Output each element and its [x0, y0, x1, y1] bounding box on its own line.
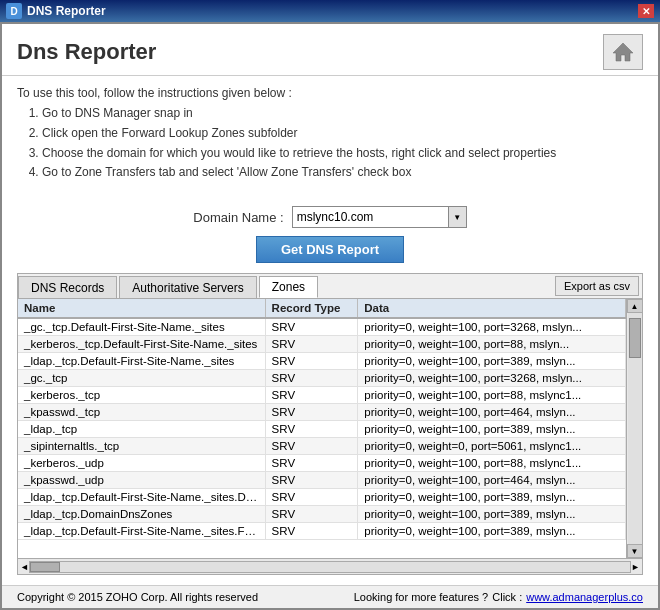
- tab-authoritative-servers[interactable]: Authoritative Servers: [119, 276, 256, 298]
- cell-data: priority=0, weight=100, port=389, mslyn.…: [358, 353, 626, 370]
- table-row[interactable]: _gc._tcp SRV priority=0, weight=100, por…: [18, 370, 626, 387]
- table-row[interactable]: _kerberos._tcp.Default-First-Site-Name._…: [18, 336, 626, 353]
- content-area: To use this tool, follow the instruction…: [2, 76, 658, 585]
- table-row[interactable]: _ldap._tcp.DomainDnsZones SRV priority=0…: [18, 506, 626, 523]
- cell-type: SRV: [265, 489, 358, 506]
- scroll-thumb[interactable]: [629, 318, 641, 358]
- cell-data: priority=0, weight=100, port=464, mslyn.…: [358, 404, 626, 421]
- domain-label: Domain Name :: [193, 210, 283, 225]
- scroll-right-arrow[interactable]: ►: [631, 562, 640, 572]
- title-bar-text: DNS Reporter: [27, 4, 106, 18]
- instruction-step-1: Go to DNS Manager snap in: [42, 105, 643, 122]
- table-row[interactable]: _kerberos._udp SRV priority=0, weight=10…: [18, 455, 626, 472]
- dropdown-arrow-icon[interactable]: ▼: [448, 207, 466, 227]
- cell-data: priority=0, weight=100, port=389, mslyn.…: [358, 421, 626, 438]
- footer: Copyright © 2015 ZOHO Corp. All rights r…: [2, 585, 658, 608]
- header-area: Dns Reporter: [2, 24, 658, 76]
- cell-type: SRV: [265, 387, 358, 404]
- cell-type: SRV: [265, 404, 358, 421]
- svg-marker-0: [613, 43, 633, 61]
- h-scroll-track[interactable]: [29, 561, 631, 573]
- app-icon: D: [6, 3, 22, 19]
- tab-dns-records[interactable]: DNS Records: [18, 276, 117, 298]
- domain-form-row: Domain Name : ▼: [17, 206, 643, 228]
- domain-input[interactable]: [293, 207, 448, 227]
- cell-name: _gc._tcp.Default-First-Site-Name._sites: [18, 318, 265, 336]
- cell-name: _kpasswd._udp: [18, 472, 265, 489]
- tabs-left: DNS Records Authoritative Servers Zones: [18, 276, 320, 298]
- cell-data: priority=0, weight=100, port=389, mslyn.…: [358, 489, 626, 506]
- cell-type: SRV: [265, 472, 358, 489]
- cell-data: priority=0, weight=100, port=389, mslyn.…: [358, 523, 626, 540]
- instructions: To use this tool, follow the instruction…: [17, 86, 643, 184]
- instruction-step-2: Click open the Forward Lookup Zones subf…: [42, 125, 643, 142]
- col-data: Data: [358, 299, 626, 318]
- cell-name: _sipinternaltls._tcp: [18, 438, 265, 455]
- table-row[interactable]: _ldap._tcp.Default-First-Site-Name._site…: [18, 523, 626, 540]
- cell-name: _gc._tcp: [18, 370, 265, 387]
- export-csv-button[interactable]: Export as csv: [555, 276, 639, 296]
- home-button[interactable]: [603, 34, 643, 70]
- scroll-track[interactable]: [628, 313, 642, 544]
- click-label: Click :: [492, 591, 522, 603]
- cell-type: SRV: [265, 438, 358, 455]
- cell-name: _ldap._tcp.DomainDnsZones: [18, 506, 265, 523]
- table-header-row: Name Record Type Data: [18, 299, 626, 318]
- cell-name: _ldap._tcp.Default-First-Site-Name._site…: [18, 489, 265, 506]
- h-scroll-thumb[interactable]: [30, 562, 60, 572]
- cell-data: priority=0, weight=100, port=88, mslyn..…: [358, 336, 626, 353]
- scroll-down-arrow[interactable]: ▼: [627, 544, 643, 558]
- cell-type: SRV: [265, 421, 358, 438]
- title-bar: D DNS Reporter ✕: [0, 0, 660, 22]
- table-row[interactable]: _gc._tcp.Default-First-Site-Name._sites …: [18, 318, 626, 336]
- table-body: _gc._tcp.Default-First-Site-Name._sites …: [18, 318, 626, 540]
- cell-name: _kpasswd._tcp: [18, 404, 265, 421]
- cell-type: SRV: [265, 506, 358, 523]
- tab-zones[interactable]: Zones: [259, 276, 318, 298]
- cell-type: SRV: [265, 523, 358, 540]
- col-type: Record Type: [265, 299, 358, 318]
- table-container[interactable]: Name Record Type Data _gc._tcp.Default-F…: [18, 299, 626, 558]
- tabs-header: DNS Records Authoritative Servers Zones …: [18, 274, 642, 299]
- cell-name: _ldap._tcp.Default-First-Site-Name._site…: [18, 353, 265, 370]
- cell-data: priority=0, weight=0, port=5061, mslync1…: [358, 438, 626, 455]
- cell-data: priority=0, weight=100, port=3268, mslyn…: [358, 370, 626, 387]
- cell-type: SRV: [265, 318, 358, 336]
- cell-data: priority=0, weight=100, port=3268, mslyn…: [358, 318, 626, 336]
- table-row[interactable]: _sipinternaltls._tcp SRV priority=0, wei…: [18, 438, 626, 455]
- instruction-step-3: Choose the domain for which you would li…: [42, 145, 643, 162]
- table-row[interactable]: _kpasswd._udp SRV priority=0, weight=100…: [18, 472, 626, 489]
- instructions-intro: To use this tool, follow the instruction…: [17, 86, 643, 100]
- table-outer: Name Record Type Data _gc._tcp.Default-F…: [18, 299, 642, 558]
- cell-data: priority=0, weight=100, port=389, mslyn.…: [358, 506, 626, 523]
- close-button[interactable]: ✕: [638, 4, 654, 18]
- get-dns-button[interactable]: Get DNS Report: [256, 236, 404, 263]
- cell-type: SRV: [265, 455, 358, 472]
- vertical-scrollbar[interactable]: ▲ ▼: [626, 299, 642, 558]
- col-name: Name: [18, 299, 265, 318]
- cell-data: priority=0, weight=100, port=464, mslyn.…: [358, 472, 626, 489]
- cell-name: _ldap._tcp: [18, 421, 265, 438]
- cell-name: _kerberos._tcp.Default-First-Site-Name._…: [18, 336, 265, 353]
- table-row[interactable]: _kpasswd._tcp SRV priority=0, weight=100…: [18, 404, 626, 421]
- tabs-section: DNS Records Authoritative Servers Zones …: [17, 273, 643, 575]
- cell-name: _ldap._tcp.Default-First-Site-Name._site…: [18, 523, 265, 540]
- instructions-list: Go to DNS Manager snap in Click open the…: [42, 105, 643, 181]
- table-row[interactable]: _ldap._tcp SRV priority=0, weight=100, p…: [18, 421, 626, 438]
- table-row[interactable]: _ldap._tcp.Default-First-Site-Name._site…: [18, 489, 626, 506]
- scroll-left-arrow[interactable]: ◄: [20, 562, 29, 572]
- page-title: Dns Reporter: [17, 39, 156, 65]
- table-row[interactable]: _kerberos._tcp SRV priority=0, weight=10…: [18, 387, 626, 404]
- cell-data: priority=0, weight=100, port=88, mslync1…: [358, 455, 626, 472]
- copyright-text: Copyright © 2015 ZOHO Corp. All rights r…: [17, 591, 258, 603]
- scroll-up-arrow[interactable]: ▲: [627, 299, 643, 313]
- cell-name: _kerberos._tcp: [18, 387, 265, 404]
- horizontal-scrollbar[interactable]: ◄ ►: [18, 558, 642, 574]
- dns-table: Name Record Type Data _gc._tcp.Default-F…: [18, 299, 626, 540]
- table-row[interactable]: _ldap._tcp.Default-First-Site-Name._site…: [18, 353, 626, 370]
- cell-type: SRV: [265, 353, 358, 370]
- cell-type: SRV: [265, 370, 358, 387]
- cell-data: priority=0, weight=100, port=88, mslync1…: [358, 387, 626, 404]
- admanager-link[interactable]: www.admanagerplus.co: [526, 591, 643, 603]
- home-icon: [611, 41, 635, 63]
